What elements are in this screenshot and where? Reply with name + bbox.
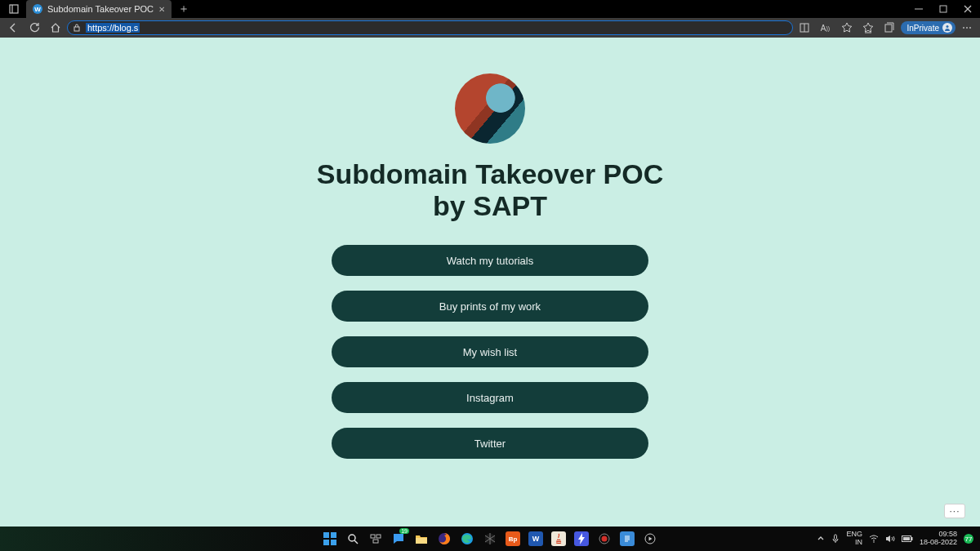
svg-rect-17 [416, 538, 427, 544]
window-controls [906, 0, 980, 18]
taskbar-center: 19 Bp W [323, 531, 657, 546]
volume-icon[interactable] [885, 535, 895, 543]
svg-rect-6 [74, 27, 79, 31]
svg-rect-3 [940, 6, 947, 12]
favorites-button[interactable] [858, 19, 878, 37]
titlebar: W Subdomain Takeover POC ✕ ＋ [0, 0, 980, 18]
svg-rect-0 [10, 5, 18, 13]
collections-button[interactable] [880, 19, 899, 37]
link-watch-tutorials[interactable]: Watch my tutorials [332, 245, 648, 276]
page-menu-button[interactable]: ··· [944, 504, 965, 518]
taskbar: 19 Bp W [0, 527, 980, 551]
page-title-line2: by SAPT [433, 190, 547, 221]
minimize-button[interactable] [906, 0, 931, 18]
add-favorite-button[interactable] [837, 19, 857, 37]
lock-icon [73, 24, 81, 32]
firefox-icon[interactable] [437, 531, 452, 546]
mic-icon[interactable] [831, 534, 840, 544]
svg-point-21 [602, 536, 608, 542]
more-button[interactable]: ⋯ [957, 19, 977, 37]
clock[interactable]: 09:58 18-08-2022 [920, 531, 957, 547]
svg-point-11 [947, 25, 949, 28]
start-button[interactable] [323, 531, 337, 546]
browser-chrome: W Subdomain Takeover POC ✕ ＋ [0, 0, 980, 38]
wifi-icon[interactable] [869, 535, 879, 543]
close-icon[interactable]: ✕ [158, 5, 165, 14]
svg-line-13 [354, 540, 358, 544]
inprivate-indicator[interactable]: InPrivate [901, 21, 956, 34]
link-buy-prints[interactable]: Buy prints of my work [332, 291, 648, 322]
language-indicator[interactable]: ENG IN [846, 531, 862, 547]
maximize-button[interactable] [931, 0, 956, 18]
svg-point-12 [349, 535, 355, 541]
profile-icon [942, 23, 952, 33]
clock-date: 18-08-2022 [920, 539, 957, 547]
svg-point-29 [873, 541, 875, 543]
page-content: Subdomain Takeover POC by SAPT Watch my … [0, 38, 980, 459]
app-record-icon[interactable] [597, 531, 612, 546]
tab-strip: W Subdomain Takeover POC ✕ ＋ [0, 0, 193, 18]
app-word-icon[interactable]: W [528, 531, 543, 546]
read-aloud-button[interactable]: A)) [816, 19, 835, 37]
app-media-icon[interactable] [643, 531, 657, 546]
system-tray: ENG IN 09:58 18-08-2022 77 [817, 531, 980, 547]
close-window-button[interactable] [956, 0, 980, 18]
home-button[interactable] [46, 19, 65, 37]
page-viewport: Subdomain Takeover POC by SAPT Watch my … [0, 38, 980, 527]
svg-rect-31 [911, 537, 913, 540]
svg-rect-10 [885, 24, 892, 32]
link-instagram[interactable]: Instagram [332, 382, 648, 413]
svg-rect-28 [835, 535, 837, 540]
tab-title: Subdomain Takeover POC [47, 4, 154, 14]
svg-rect-15 [376, 535, 381, 538]
link-wish-list[interactable]: My wish list [332, 336, 648, 367]
app-java-icon[interactable] [551, 531, 566, 546]
app-notes-icon[interactable] [620, 531, 635, 546]
app-unity-icon[interactable] [483, 531, 497, 546]
lang-bottom: IN [846, 539, 862, 547]
link-list: Watch my tutorials Buy prints of my work… [332, 245, 648, 459]
file-explorer-icon[interactable] [414, 531, 429, 546]
link-twitter[interactable]: Twitter [332, 428, 648, 459]
svg-rect-32 [903, 537, 910, 540]
battery-icon[interactable] [902, 535, 913, 542]
tray-overflow-icon[interactable] [817, 535, 825, 543]
new-tab-button[interactable]: ＋ [175, 0, 193, 18]
tab-actions-button[interactable] [5, 0, 23, 18]
svg-rect-22 [623, 534, 631, 544]
back-button[interactable] [3, 19, 23, 37]
browser-tab[interactable]: W Subdomain Takeover POC ✕ [26, 0, 172, 18]
svg-rect-14 [371, 535, 375, 538]
enter-immersive-reader-button[interactable] [795, 19, 814, 37]
refresh-button[interactable] [24, 19, 44, 37]
inprivate-label: InPrivate [907, 24, 939, 33]
app-zap-icon[interactable] [574, 531, 589, 546]
svg-rect-16 [373, 540, 378, 543]
address-bar[interactable]: https://blog.s [67, 20, 793, 35]
page-title: Subdomain Takeover POC by SAPT [317, 158, 663, 222]
profile-avatar [455, 73, 525, 144]
notification-badge[interactable]: 77 [964, 534, 973, 544]
app-burp-icon[interactable]: Bp [506, 531, 520, 546]
wordpress-icon: W [33, 4, 42, 14]
search-button[interactable] [345, 531, 360, 546]
app-chat-icon[interactable]: 19 [391, 531, 406, 546]
task-view-button[interactable] [368, 531, 383, 546]
page-title-line1: Subdomain Takeover POC [317, 158, 663, 189]
toolbar: https://blog.s A)) InPrivate ⋯ [0, 18, 980, 38]
url-text: https://blog.s [86, 23, 140, 33]
edge-icon[interactable] [460, 531, 474, 546]
